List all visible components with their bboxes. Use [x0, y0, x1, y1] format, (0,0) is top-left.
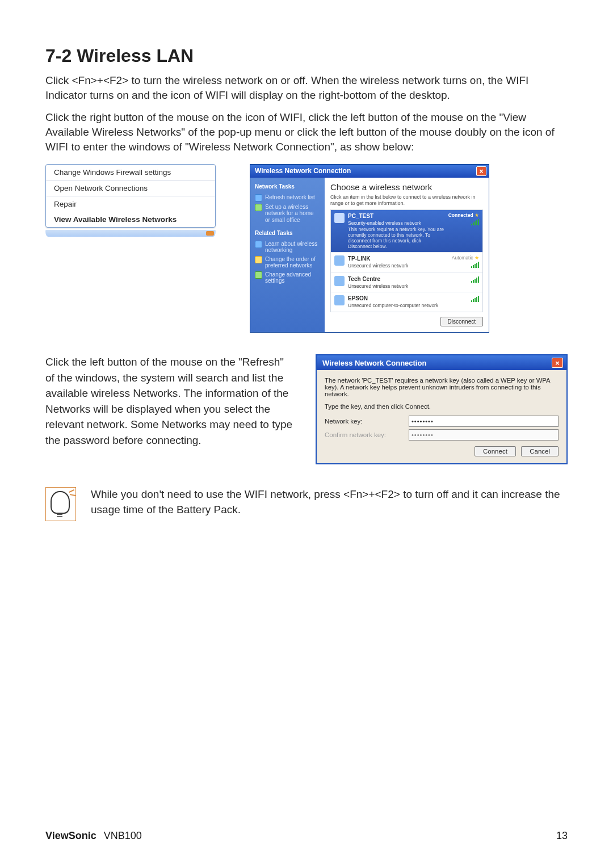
network-desc: Security-enabled wireless network — [348, 221, 445, 227]
tip-block: While you don't need to use the WIFI net… — [45, 487, 568, 521]
wifi-icon — [334, 276, 345, 286]
connect-button[interactable]: Connect — [475, 446, 516, 456]
sidebar-link-refresh[interactable]: Refresh network list — [255, 193, 320, 203]
network-note: This network requires a network key. You… — [348, 227, 445, 249]
sidebar-link-setup[interactable]: Set up a wireless network for a home or … — [255, 203, 320, 225]
confirm-key-label: Confirm network key: — [325, 431, 398, 438]
network-key-label: Network key: — [325, 418, 398, 425]
network-name: Tech Centre — [348, 276, 468, 283]
figure-network-key-dialog: Wireless Network Connection × The networ… — [316, 354, 568, 464]
signal-bars-icon — [471, 220, 479, 225]
network-name: EPSON — [348, 295, 468, 302]
favorite-star-icon: ★ — [475, 212, 479, 218]
wifi-icon — [334, 295, 345, 305]
footer-brand: ViewSonic — [45, 830, 96, 841]
sidebar-link-advanced[interactable]: Change advanced settings — [255, 270, 320, 286]
lightbulb-tip-icon — [45, 487, 76, 521]
network-status: Automatic — [452, 255, 473, 261]
gear-icon — [255, 271, 262, 279]
refresh-icon — [255, 194, 262, 202]
network-item-selected[interactable]: PC_TEST Security-enabled wireless networ… — [331, 210, 482, 253]
dialog-instruction: Type the key, and then click Connect. — [325, 403, 559, 410]
star-icon — [255, 256, 262, 263]
info-icon — [255, 241, 262, 248]
wifi-icon — [334, 213, 345, 223]
network-item[interactable]: Tech Centre Unsecured wireless network — [331, 273, 482, 292]
network-item[interactable]: EPSON Unsecured computer-to-computer net… — [331, 292, 482, 311]
chooser-heading: Choose a wireless network — [330, 182, 483, 192]
sidebar-heading: Related Tasks — [255, 230, 320, 237]
paragraph-2: Click the right button of the mouse on t… — [45, 110, 568, 154]
network-status: Connected — [448, 212, 473, 218]
close-icon[interactable]: × — [476, 166, 486, 176]
sidebar-link-learn[interactable]: Learn about wireless networking — [255, 240, 320, 255]
close-icon[interactable]: × — [552, 358, 563, 368]
wifi-icon — [334, 255, 345, 266]
section-heading: 7-2 Wireless LAN — [45, 45, 568, 66]
page-number: 13 — [556, 830, 568, 842]
figure-row-2: Click the left button of the mouse on th… — [45, 354, 568, 464]
window-title: Wireless Network Connection — [255, 167, 351, 175]
network-desc: Unsecured wireless network — [348, 284, 468, 290]
network-desc: Unsecured computer-to-computer network — [348, 303, 468, 309]
sidebar-heading: Network Tasks — [255, 183, 320, 190]
signal-bars-icon — [471, 262, 479, 268]
document-page: 7-2 Wireless LAN Click <Fn>+<F2> to turn… — [0, 0, 613, 868]
window-titlebar: Wireless Network Connection × — [250, 165, 489, 178]
network-key-input[interactable]: •••••••• — [409, 416, 559, 427]
dialog-title: Wireless Network Connection — [322, 359, 426, 367]
paragraph-1: Click <Fn>+<F2> to turn the wireless net… — [45, 73, 568, 102]
footer-model: VNB100 — [104, 830, 142, 841]
signal-bars-icon — [471, 277, 479, 283]
chooser-main: Choose a wireless network Click an item … — [325, 178, 489, 332]
network-list: PC_TEST Security-enabled wireless networ… — [330, 209, 483, 312]
cancel-button[interactable]: Cancel — [521, 446, 559, 456]
context-menu-item[interactable]: Open Network Connections — [46, 181, 215, 196]
network-item[interactable]: TP-LINK Unsecured wireless network Autom… — [331, 253, 482, 273]
network-name: TP-LINK — [348, 255, 448, 262]
figure-row-1: Change Windows Firewall settings Open Ne… — [45, 164, 568, 333]
network-desc: Unsecured wireless network — [348, 263, 448, 269]
context-menu-item-view-networks[interactable]: View Available Wireless Networks — [46, 212, 215, 227]
figure-context-menu: Change Windows Firewall settings Open Ne… — [45, 164, 216, 237]
favorite-star-icon: ★ — [475, 255, 479, 261]
chooser-instruction: Click an item in the list below to conne… — [330, 194, 483, 206]
tip-text: While you don't need to use the WIFI net… — [91, 487, 568, 521]
page-footer: ViewSonic VNB100 13 — [45, 830, 568, 842]
disconnect-button[interactable]: Disconnect — [440, 317, 483, 327]
taskbar-fragment — [45, 230, 216, 237]
wifi-context-menu: Change Windows Firewall settings Open Ne… — [45, 164, 216, 228]
footer-left: ViewSonic VNB100 — [45, 830, 142, 842]
paragraph-3: Click the left button of the mouse on th… — [45, 354, 293, 448]
dialog-titlebar: Wireless Network Connection × — [317, 355, 566, 370]
figure-wireless-chooser: Wireless Network Connection × Network Ta… — [250, 164, 489, 333]
context-menu-item[interactable]: Change Windows Firewall settings — [46, 165, 215, 180]
sidebar-link-order[interactable]: Change the order of preferred networks — [255, 255, 320, 270]
context-menu-item[interactable]: Repair — [46, 196, 215, 212]
confirm-key-input[interactable]: •••••••• — [409, 429, 559, 441]
paragraph-3-column: Click the left button of the mouse on th… — [45, 354, 293, 464]
network-name: PC_TEST — [348, 213, 445, 220]
signal-bars-icon — [471, 296, 479, 302]
setup-icon — [255, 204, 262, 211]
chooser-sidebar: Network Tasks Refresh network list Set u… — [250, 178, 325, 332]
dialog-message: The network 'PC_TEST' requires a network… — [325, 377, 559, 397]
